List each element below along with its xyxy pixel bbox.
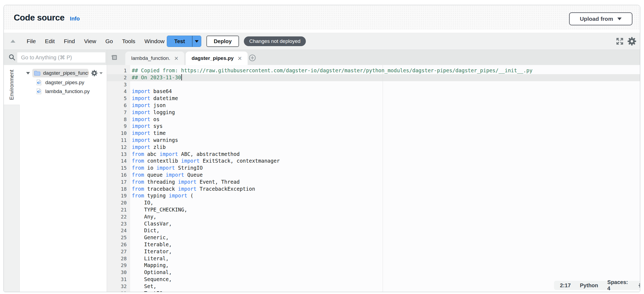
code-line: ClassVar, xyxy=(107,220,640,227)
tab-close-icon[interactable]: × xyxy=(238,56,242,61)
code-line: ## Copied from: https://raw.githubuserco… xyxy=(107,67,640,74)
tab-label: lambda_function. xyxy=(131,55,170,61)
tree-file-dagster-pipes-py[interactable]: dagster_pipes.py xyxy=(20,78,107,87)
menu-item-tools[interactable]: Tools xyxy=(117,38,140,45)
tree-file-list: dagster_pipes.pylambda_function.py xyxy=(20,78,107,96)
tab-label: dagster_pipes.py xyxy=(192,55,234,61)
code-line xyxy=(107,81,640,88)
code-line: IO, xyxy=(107,199,640,206)
code-content: ## Copied from: https://raw.githubuserco… xyxy=(107,67,640,292)
editor-statusbar: 2:17 Python Spaces: 4 xyxy=(554,281,640,290)
chevron-down-icon xyxy=(617,18,622,20)
menu-item-view[interactable]: View xyxy=(79,38,101,45)
code-file-icon xyxy=(36,88,42,95)
code-line: from abc import ABC, abstractmethod xyxy=(107,151,640,158)
tab-dagster-pipes-py[interactable]: dagster_pipes.py× xyxy=(186,52,248,65)
menu-items: FileEditFindViewGoToolsWindow xyxy=(22,33,169,50)
statusbar-gear-icon[interactable] xyxy=(638,282,640,289)
code-line: from io import StringIO xyxy=(107,165,640,172)
tab-lambda-function[interactable]: lambda_function.× xyxy=(125,52,184,65)
changes-status-badge: Changes not deployed xyxy=(244,36,306,46)
tree-settings-gear-icon[interactable] xyxy=(91,69,98,77)
tab-close-icon[interactable]: × xyxy=(174,56,178,61)
title-row: Code source Info xyxy=(4,13,80,23)
selected-folder[interactable]: dagster_pipes_funct xyxy=(32,69,88,77)
file-name: lambda_function.py xyxy=(45,88,90,94)
tree-file-lambda-function-py[interactable]: lambda_function.py xyxy=(20,87,107,96)
tab-row: lambda_function.×dagster_pipes.py× xyxy=(125,50,248,65)
environment-tab[interactable]: Environment xyxy=(4,65,20,105)
code-line: import time xyxy=(107,130,640,137)
code-line: from threading import Event, Thread xyxy=(107,179,640,186)
menu-item-edit[interactable]: Edit xyxy=(40,38,59,45)
folder-icon xyxy=(34,70,41,77)
deploy-button[interactable]: Deploy xyxy=(206,36,239,47)
cursor-position[interactable]: 2:17 xyxy=(560,282,571,289)
search-icon[interactable] xyxy=(8,53,16,61)
code-line: ## On 2023-11-30 xyxy=(107,74,640,81)
text-cursor xyxy=(181,74,182,80)
code-editor[interactable]: 1234567891011121314151617181920212223242… xyxy=(107,65,640,292)
goto-anything-bar xyxy=(4,50,107,65)
code-line: from typing import ( xyxy=(107,192,640,199)
panel-header: Code source Info Upload from xyxy=(4,5,640,30)
code-line: from queue import Queue xyxy=(107,172,640,179)
menu-item-window[interactable]: Window xyxy=(140,38,169,45)
collapse-menubar-icon[interactable] xyxy=(11,40,15,43)
code-line: Dict, xyxy=(107,227,640,234)
chevron-down-icon[interactable] xyxy=(99,72,103,74)
code-line: Literal, xyxy=(107,255,640,262)
tab-list-icon[interactable] xyxy=(110,53,118,61)
menu-item-find[interactable]: Find xyxy=(59,38,79,45)
code-line: import zlib xyxy=(107,144,640,151)
upload-from-label: Upload from xyxy=(580,16,613,22)
code-line: import warnings xyxy=(107,137,640,144)
environment-label: Environment xyxy=(9,70,15,100)
goto-anything-input[interactable] xyxy=(17,52,105,63)
chevron-down-icon xyxy=(195,40,199,43)
test-dropdown-button[interactable] xyxy=(192,36,201,47)
code-source-panel: Code source Info Upload from FileEditFin… xyxy=(4,5,640,292)
file-tree-panel: dagster_pipes_funct dagster_pipes.pylamb… xyxy=(20,65,107,292)
code-line: Mapping, xyxy=(107,262,640,269)
code-line: import json xyxy=(107,102,640,109)
code-line: import sys xyxy=(107,123,640,130)
code-line: Optional, xyxy=(107,269,640,276)
code-file-icon xyxy=(36,79,42,86)
editor-tabbar: lambda_function.×dagster_pipes.py× xyxy=(107,50,640,65)
info-link[interactable]: Info xyxy=(70,16,80,22)
code-line: TYPE_CHECKING, xyxy=(107,206,640,213)
code-line: Generic, xyxy=(107,234,640,241)
file-name: dagster_pipes.py xyxy=(45,80,84,86)
lambda-code-editor-screen: Code source Info Upload from FileEditFin… xyxy=(0,0,644,294)
code-line: TextIO, xyxy=(107,290,640,292)
code-line: import base64 xyxy=(107,88,640,95)
menu-item-file[interactable]: File xyxy=(22,38,40,45)
ide-menubar: FileEditFindViewGoToolsWindow Test Deplo… xyxy=(4,33,640,50)
tree-folder-row[interactable]: dagster_pipes_funct xyxy=(20,68,107,78)
menu-item-go[interactable]: Go xyxy=(101,38,117,45)
code-line: Iterator, xyxy=(107,248,640,255)
language-mode[interactable]: Python xyxy=(580,282,598,289)
test-split-button: Test xyxy=(167,36,201,47)
code-line: from contextlib import ExitStack, contex… xyxy=(107,158,640,165)
test-button[interactable]: Test xyxy=(167,36,192,47)
folder-name: dagster_pipes_funct xyxy=(43,70,88,76)
upload-from-button[interactable]: Upload from xyxy=(569,12,632,25)
code-line: from traceback import TracebackException xyxy=(107,186,640,193)
code-line: import logging xyxy=(107,109,640,116)
code-line: Iterable, xyxy=(107,241,640,248)
fullscreen-icon[interactable] xyxy=(615,37,624,46)
folder-disclosure-icon[interactable] xyxy=(26,72,30,74)
settings-gear-icon[interactable] xyxy=(627,36,637,46)
code-line: import datetime xyxy=(107,95,640,102)
code-line: import os xyxy=(107,116,640,123)
new-tab-icon[interactable] xyxy=(248,54,256,62)
page-title: Code source xyxy=(14,13,64,23)
left-tab-strip: Environment xyxy=(4,65,20,292)
indentation-setting[interactable]: Spaces: 4 xyxy=(607,279,629,292)
code-line: Any, xyxy=(107,213,640,220)
